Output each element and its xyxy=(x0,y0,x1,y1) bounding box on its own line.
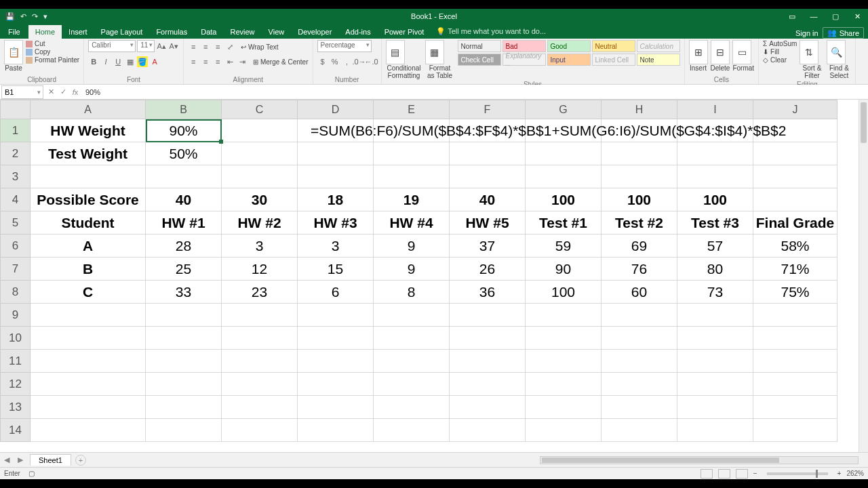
decrease-font-icon[interactable]: A▾ xyxy=(168,41,179,52)
column-header[interactable]: E xyxy=(374,100,450,119)
cell[interactable]: 76 xyxy=(601,258,677,281)
cell[interactable] xyxy=(31,304,146,327)
cell[interactable] xyxy=(298,119,374,142)
sheet-nav-prev-icon[interactable]: ◀ xyxy=(0,455,14,464)
style-calculation[interactable]: Calculation xyxy=(637,40,680,52)
cell[interactable]: Test #2 xyxy=(601,211,677,235)
cell[interactable] xyxy=(31,165,146,188)
name-box[interactable]: B1 xyxy=(1,85,43,99)
cell[interactable] xyxy=(753,142,837,165)
indent-increase-icon[interactable]: ⇥ xyxy=(237,56,248,67)
close-icon[interactable]: ✕ xyxy=(846,9,868,24)
cell[interactable]: 100 xyxy=(526,281,601,304)
row-header[interactable]: 6 xyxy=(1,235,31,258)
cell[interactable] xyxy=(677,373,753,396)
increase-decimal-icon[interactable]: .0→ xyxy=(354,56,365,67)
cell[interactable]: 6 xyxy=(298,281,374,304)
row-header[interactable]: 3 xyxy=(1,165,31,188)
cell[interactable] xyxy=(526,419,601,442)
insert-cells-icon[interactable]: ⊞ xyxy=(689,40,708,64)
align-middle-icon[interactable]: ≡ xyxy=(200,41,211,52)
minimize-icon[interactable]: — xyxy=(803,9,825,24)
cell[interactable] xyxy=(222,119,298,142)
cell[interactable] xyxy=(601,350,677,373)
align-left-icon[interactable]: ≡ xyxy=(188,56,199,67)
cell[interactable] xyxy=(374,142,450,165)
row-header[interactable]: 9 xyxy=(1,304,31,327)
cell[interactable] xyxy=(374,165,450,188)
column-header[interactable]: F xyxy=(450,100,526,119)
cell[interactable] xyxy=(450,396,526,419)
cell[interactable] xyxy=(526,327,601,350)
cell[interactable] xyxy=(298,304,374,327)
cell[interactable] xyxy=(31,327,146,350)
tab-addins[interactable]: Add-ins xyxy=(338,25,377,39)
cell[interactable]: 3 xyxy=(298,235,374,258)
cell[interactable] xyxy=(526,304,601,327)
cell[interactable] xyxy=(298,396,374,419)
cell[interactable] xyxy=(526,165,601,188)
tab-file[interactable]: File xyxy=(0,25,28,39)
column-header[interactable]: D xyxy=(298,100,374,119)
cell[interactable] xyxy=(450,373,526,396)
cell[interactable] xyxy=(753,304,837,327)
cell[interactable]: Test Weight xyxy=(31,142,146,165)
cell[interactable]: HW Weight xyxy=(31,119,146,142)
zoom-in-icon[interactable]: + xyxy=(837,470,842,477)
cell[interactable]: 80 xyxy=(677,258,753,281)
cell[interactable]: 23 xyxy=(222,281,298,304)
row-header[interactable]: 13 xyxy=(1,396,31,419)
cell[interactable]: 90 xyxy=(526,258,601,281)
cell[interactable] xyxy=(677,142,753,165)
style-explanatory[interactable]: Explanatory ... xyxy=(502,54,546,66)
cell[interactable] xyxy=(31,396,146,419)
cell[interactable]: 33 xyxy=(146,281,222,304)
cell[interactable] xyxy=(374,327,450,350)
cell[interactable]: B xyxy=(31,258,146,281)
add-sheet-icon[interactable]: + xyxy=(75,455,86,466)
format-painter-button[interactable]: Format Painter xyxy=(26,56,79,64)
cell[interactable]: HW #5 xyxy=(450,211,526,235)
cell[interactable]: 71% xyxy=(753,258,837,281)
zoom-slider[interactable] xyxy=(767,472,828,475)
select-all-corner[interactable] xyxy=(1,100,31,119)
cell[interactable] xyxy=(753,119,837,142)
fill-button[interactable]: ⬇ Fill xyxy=(763,48,797,56)
cell[interactable]: 25 xyxy=(146,258,222,281)
row-header[interactable]: 7 xyxy=(1,258,31,281)
cell[interactable]: Test #1 xyxy=(526,211,601,235)
wrap-text-button[interactable]: ↩ Wrap Text xyxy=(241,43,278,51)
cell[interactable]: 15 xyxy=(298,258,374,281)
cell[interactable] xyxy=(31,350,146,373)
align-right-icon[interactable]: ≡ xyxy=(212,56,223,67)
formula-input[interactable]: 90% xyxy=(81,88,868,96)
cell[interactable] xyxy=(450,327,526,350)
tell-me-search[interactable]: 💡 Tell me what you want to do... xyxy=(431,24,551,39)
tab-view[interactable]: View xyxy=(262,25,292,39)
cell[interactable]: C xyxy=(31,281,146,304)
vertical-scrollbar[interactable] xyxy=(859,100,868,452)
cell[interactable] xyxy=(31,373,146,396)
cell[interactable]: HW #1 xyxy=(146,211,222,235)
zoom-out-icon[interactable]: − xyxy=(753,470,757,477)
row-header[interactable]: 4 xyxy=(1,188,31,211)
enter-formula-icon[interactable]: ✓ xyxy=(57,87,69,96)
cell[interactable]: 57 xyxy=(677,235,753,258)
cell[interactable] xyxy=(222,327,298,350)
cell[interactable] xyxy=(222,419,298,442)
cell[interactable]: 59 xyxy=(526,235,601,258)
row-header[interactable]: 1 xyxy=(1,119,31,142)
cell[interactable]: HW #4 xyxy=(374,211,450,235)
cell[interactable] xyxy=(677,327,753,350)
qat-more-icon[interactable]: ▾ xyxy=(43,12,47,21)
style-note[interactable]: Note xyxy=(637,54,680,66)
clear-button[interactable]: ◇ Clear xyxy=(763,56,797,64)
tab-review[interactable]: Review xyxy=(223,25,261,39)
cell[interactable] xyxy=(753,396,837,419)
underline-button[interactable]: U xyxy=(113,56,123,67)
cell[interactable] xyxy=(222,350,298,373)
bold-button[interactable]: B xyxy=(88,56,99,67)
orientation-icon[interactable]: ⤢ xyxy=(224,41,235,52)
decrease-decimal-icon[interactable]: ←.0 xyxy=(366,56,377,67)
column-header[interactable]: C xyxy=(222,100,298,119)
